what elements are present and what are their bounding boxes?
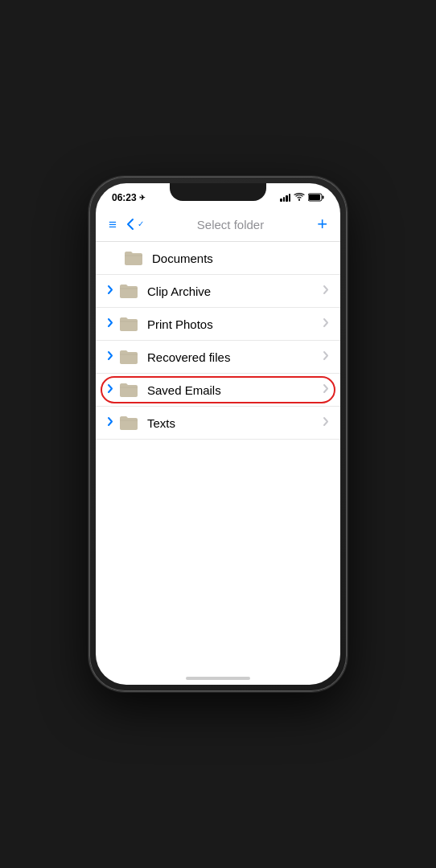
folder-icon-documents xyxy=(123,250,144,266)
chevron-right-print-photos xyxy=(323,317,329,331)
folder-item-texts[interactable]: Texts xyxy=(96,407,340,440)
location-icon: ✈ xyxy=(139,194,146,202)
expand-icon-recovered-files[interactable] xyxy=(107,350,113,363)
expand-icon-texts[interactable] xyxy=(107,416,113,429)
phone-frame: 06:23 ✈ xyxy=(89,177,347,691)
expand-icon-saved-emails[interactable] xyxy=(107,383,113,396)
nav-left: ≡ ✓ xyxy=(109,217,144,231)
back-button[interactable]: ✓ xyxy=(125,217,144,231)
svg-rect-1 xyxy=(323,196,324,199)
back-checkmark: ✓ xyxy=(138,220,144,228)
folder-name-clip-archive: Clip Archive xyxy=(147,285,323,298)
expand-icon-print-photos[interactable] xyxy=(107,317,113,330)
signal-bar-2 xyxy=(283,197,286,202)
folder-item-print-photos[interactable]: Print Photos xyxy=(96,308,340,341)
folder-list: Documents Clip Archive xyxy=(96,242,340,679)
folder-icon-clip-archive xyxy=(118,283,139,299)
status-time: 06:23 ✈ xyxy=(112,192,146,203)
folder-icon-recovered-files xyxy=(118,349,139,365)
menu-button[interactable]: ≡ xyxy=(109,218,117,231)
status-icons xyxy=(280,190,324,205)
chevron-right-clip-archive xyxy=(323,284,329,298)
chevron-right-recovered-files xyxy=(323,350,329,364)
folder-icon-print-photos xyxy=(118,316,139,332)
chevron-right-saved-emails xyxy=(323,383,329,397)
folder-item-clip-archive[interactable]: Clip Archive xyxy=(96,275,340,308)
folder-item-recovered-files[interactable]: Recovered files xyxy=(96,341,340,374)
battery-icon xyxy=(308,190,324,205)
phone-screen: 06:23 ✈ xyxy=(96,183,340,685)
folder-name-recovered-files: Recovered files xyxy=(147,350,323,364)
folder-name-saved-emails: Saved Emails xyxy=(147,383,323,397)
expand-icon-clip-archive[interactable] xyxy=(107,285,113,297)
folder-item-saved-emails[interactable]: Saved Emails xyxy=(96,374,340,407)
folder-item-documents[interactable]: Documents xyxy=(96,242,340,275)
nav-title: Select folder xyxy=(144,218,317,231)
signal-bars xyxy=(280,194,290,202)
folder-icon-texts xyxy=(118,415,139,431)
svg-rect-2 xyxy=(309,194,320,200)
time-display: 06:23 xyxy=(112,192,137,203)
nav-bar: ≡ ✓ Select folder + xyxy=(96,209,340,242)
folder-icon-saved-emails xyxy=(118,382,139,398)
folder-name-documents: Documents xyxy=(152,252,329,265)
home-indicator xyxy=(186,677,250,680)
signal-bar-4 xyxy=(289,194,291,202)
add-button[interactable]: + xyxy=(317,214,327,235)
signal-bar-1 xyxy=(280,199,282,202)
folder-name-print-photos: Print Photos xyxy=(147,317,323,331)
wifi-icon xyxy=(294,193,305,203)
folder-name-texts: Texts xyxy=(147,416,323,430)
notch xyxy=(170,183,266,201)
signal-bar-3 xyxy=(286,195,288,202)
chevron-right-texts xyxy=(323,416,329,430)
